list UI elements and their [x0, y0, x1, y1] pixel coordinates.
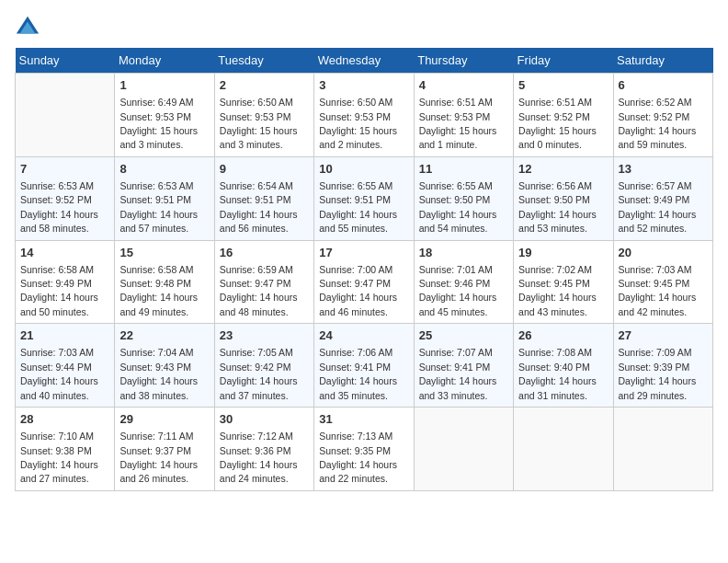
weekday-header-monday: Monday [115, 48, 214, 74]
day-number: 7 [20, 161, 109, 178]
calendar-week-row: 21Sunrise: 7:03 AMSunset: 9:44 PMDayligh… [16, 324, 713, 408]
day-number: 19 [518, 245, 608, 261]
weekday-header-row: SundayMondayTuesdayWednesdayThursdayFrid… [16, 48, 713, 74]
day-number: 11 [419, 161, 508, 178]
day-info: Sunrise: 7:09 AMSunset: 9:39 PMDaylight:… [619, 347, 697, 400]
calendar-cell: 28Sunrise: 7:10 AMSunset: 9:38 PMDayligh… [16, 408, 115, 491]
day-number: 29 [119, 411, 209, 428]
day-info: Sunrise: 6:58 AMSunset: 9:49 PMDaylight:… [20, 264, 98, 317]
day-info: Sunrise: 7:12 AMSunset: 9:36 PMDaylight:… [220, 431, 298, 484]
calendar-cell: 1Sunrise: 6:49 AMSunset: 9:53 PMDaylight… [115, 74, 214, 157]
day-number: 22 [119, 327, 209, 344]
day-info: Sunrise: 7:07 AMSunset: 9:41 PMDaylight:… [419, 347, 497, 400]
logo [15, 15, 44, 40]
day-info: Sunrise: 6:53 AMSunset: 9:52 PMDaylight:… [20, 180, 98, 234]
calendar-cell: 15Sunrise: 6:58 AMSunset: 9:48 PMDayligh… [115, 240, 214, 324]
calendar-cell: 6Sunrise: 6:52 AMSunset: 9:52 PMDaylight… [613, 74, 712, 157]
day-info: Sunrise: 7:00 AMSunset: 9:47 PMDaylight:… [319, 264, 397, 317]
calendar-cell: 2Sunrise: 6:50 AMSunset: 9:53 PMDaylight… [214, 74, 313, 157]
day-info: Sunrise: 6:50 AMSunset: 9:53 PMDaylight:… [220, 97, 298, 150]
day-info: Sunrise: 6:51 AMSunset: 9:52 PMDaylight:… [518, 97, 597, 150]
day-info: Sunrise: 6:54 AMSunset: 9:51 PMDaylight:… [220, 180, 298, 234]
calendar-cell: 9Sunrise: 6:54 AMSunset: 9:51 PMDaylight… [214, 156, 313, 240]
calendar-week-row: 28Sunrise: 7:10 AMSunset: 9:38 PMDayligh… [16, 408, 713, 491]
calendar-cell: 24Sunrise: 7:06 AMSunset: 9:41 PMDayligh… [314, 324, 414, 408]
calendar-cell: 5Sunrise: 6:51 AMSunset: 9:52 PMDaylight… [514, 74, 613, 157]
day-number: 12 [518, 161, 608, 178]
page-header [15, 15, 713, 40]
calendar-cell: 16Sunrise: 6:59 AMSunset: 9:47 PMDayligh… [214, 240, 313, 324]
day-number: 26 [518, 327, 608, 344]
calendar-cell: 13Sunrise: 6:57 AMSunset: 9:49 PMDayligh… [613, 156, 712, 240]
calendar-cell: 23Sunrise: 7:05 AMSunset: 9:42 PMDayligh… [214, 324, 313, 408]
calendar-table: SundayMondayTuesdayWednesdayThursdayFrid… [15, 48, 713, 491]
day-number: 8 [119, 161, 209, 178]
calendar-cell [514, 408, 613, 491]
day-info: Sunrise: 6:55 AMSunset: 9:50 PMDaylight:… [419, 180, 497, 234]
day-number: 25 [419, 327, 508, 344]
day-number: 4 [419, 77, 508, 94]
day-number: 6 [619, 77, 708, 94]
day-number: 3 [319, 77, 408, 94]
calendar-cell: 31Sunrise: 7:13 AMSunset: 9:35 PMDayligh… [314, 408, 414, 491]
calendar-cell: 26Sunrise: 7:08 AMSunset: 9:40 PMDayligh… [514, 324, 613, 408]
calendar-cell: 11Sunrise: 6:55 AMSunset: 9:50 PMDayligh… [414, 156, 513, 240]
calendar-cell: 19Sunrise: 7:02 AMSunset: 9:45 PMDayligh… [514, 240, 613, 324]
day-number: 30 [220, 411, 309, 428]
weekday-header-saturday: Saturday [613, 48, 712, 74]
day-info: Sunrise: 6:58 AMSunset: 9:48 PMDaylight:… [119, 264, 198, 317]
calendar-cell: 20Sunrise: 7:03 AMSunset: 9:45 PMDayligh… [613, 240, 712, 324]
calendar-week-row: 14Sunrise: 6:58 AMSunset: 9:49 PMDayligh… [16, 240, 713, 324]
day-number: 23 [220, 327, 309, 344]
day-info: Sunrise: 6:50 AMSunset: 9:53 PMDaylight:… [319, 97, 397, 150]
weekday-header-friday: Friday [514, 48, 613, 74]
day-info: Sunrise: 6:49 AMSunset: 9:53 PMDaylight:… [119, 97, 198, 150]
calendar-week-row: 1Sunrise: 6:49 AMSunset: 9:53 PMDaylight… [16, 74, 713, 157]
calendar-cell: 29Sunrise: 7:11 AMSunset: 9:37 PMDayligh… [115, 408, 214, 491]
day-info: Sunrise: 7:02 AMSunset: 9:45 PMDaylight:… [518, 264, 597, 317]
day-info: Sunrise: 7:06 AMSunset: 9:41 PMDaylight:… [319, 347, 397, 400]
calendar-cell: 8Sunrise: 6:53 AMSunset: 9:51 PMDaylight… [115, 156, 214, 240]
calendar-cell: 21Sunrise: 7:03 AMSunset: 9:44 PMDayligh… [16, 324, 115, 408]
day-info: Sunrise: 6:55 AMSunset: 9:51 PMDaylight:… [319, 180, 397, 234]
day-info: Sunrise: 7:01 AMSunset: 9:46 PMDaylight:… [419, 264, 497, 317]
day-number: 10 [319, 161, 408, 178]
day-info: Sunrise: 7:05 AMSunset: 9:42 PMDaylight:… [220, 347, 298, 400]
day-number: 17 [319, 245, 408, 261]
weekday-header-tuesday: Tuesday [214, 48, 313, 74]
calendar-cell: 7Sunrise: 6:53 AMSunset: 9:52 PMDaylight… [16, 156, 115, 240]
day-number: 13 [619, 161, 708, 178]
calendar-week-row: 7Sunrise: 6:53 AMSunset: 9:52 PMDaylight… [16, 156, 713, 240]
day-number: 24 [319, 327, 408, 344]
day-info: Sunrise: 6:51 AMSunset: 9:53 PMDaylight:… [419, 97, 497, 150]
day-info: Sunrise: 7:13 AMSunset: 9:35 PMDaylight:… [319, 431, 397, 484]
day-number: 2 [220, 77, 309, 94]
calendar-cell [16, 74, 115, 157]
day-number: 21 [20, 327, 109, 344]
logo-icon [15, 15, 40, 40]
calendar-cell: 14Sunrise: 6:58 AMSunset: 9:49 PMDayligh… [16, 240, 115, 324]
calendar-cell: 30Sunrise: 7:12 AMSunset: 9:36 PMDayligh… [214, 408, 313, 491]
day-info: Sunrise: 6:59 AMSunset: 9:47 PMDaylight:… [220, 264, 298, 317]
day-number: 18 [419, 245, 508, 261]
calendar-cell: 12Sunrise: 6:56 AMSunset: 9:50 PMDayligh… [514, 156, 613, 240]
day-number: 15 [119, 245, 209, 261]
weekday-header-thursday: Thursday [414, 48, 513, 74]
day-info: Sunrise: 7:11 AMSunset: 9:37 PMDaylight:… [119, 431, 198, 484]
day-number: 5 [518, 77, 608, 94]
calendar-cell: 25Sunrise: 7:07 AMSunset: 9:41 PMDayligh… [414, 324, 513, 408]
day-info: Sunrise: 6:53 AMSunset: 9:51 PMDaylight:… [119, 180, 198, 234]
day-number: 27 [619, 327, 708, 344]
day-info: Sunrise: 7:03 AMSunset: 9:44 PMDaylight:… [20, 347, 98, 400]
day-number: 14 [20, 245, 109, 261]
day-info: Sunrise: 7:04 AMSunset: 9:43 PMDaylight:… [119, 347, 198, 400]
calendar-cell [613, 408, 712, 491]
day-info: Sunrise: 6:52 AMSunset: 9:52 PMDaylight:… [619, 97, 697, 150]
day-number: 16 [220, 245, 309, 261]
calendar-cell: 18Sunrise: 7:01 AMSunset: 9:46 PMDayligh… [414, 240, 513, 324]
calendar-cell: 3Sunrise: 6:50 AMSunset: 9:53 PMDaylight… [314, 74, 414, 157]
day-number: 28 [20, 411, 109, 428]
weekday-header-wednesday: Wednesday [314, 48, 414, 74]
day-info: Sunrise: 6:56 AMSunset: 9:50 PMDaylight:… [518, 180, 597, 234]
day-info: Sunrise: 7:10 AMSunset: 9:38 PMDaylight:… [20, 431, 98, 484]
